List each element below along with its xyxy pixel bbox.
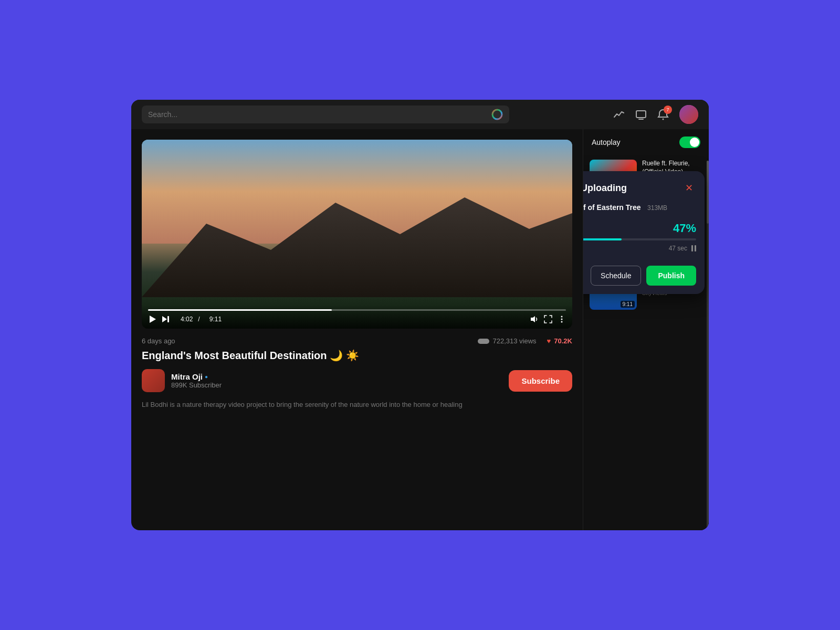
publish-button[interactable]: Publish [646,266,696,286]
svg-point-8 [561,316,563,318]
upload-percent: 47% [583,222,696,235]
upload-pause-button[interactable] [691,245,696,251]
time-current: 4:02 [181,316,193,323]
upload-eta: 47 sec [669,245,687,252]
volume-icon [530,315,539,323]
pause-bar-1 [691,245,693,251]
svg-rect-1 [636,111,646,118]
channel-row: Mitra Oji ● 899K Subscriber Subscribe [142,369,572,392]
subscriber-count: 899K Subscriber [171,381,222,389]
play-icon [148,315,156,323]
svg-marker-4 [150,316,156,323]
trend-button[interactable] [613,109,625,120]
time-separator: / [198,316,200,323]
upload-title: Uploading [583,183,681,194]
views-icon [478,339,489,344]
more-icon [558,315,566,323]
top-right-icons: 7 [613,105,698,124]
heart-icon: ♥ [547,337,551,345]
next-icon [162,315,170,323]
notification-badge: 7 [664,106,672,114]
autoplay-toggle[interactable] [679,136,700,148]
video-description: Lil Bodhi is a nature therapy video proj… [142,400,572,410]
svg-point-3 [663,119,664,120]
trend-icon [613,109,625,120]
scrollbar-thumb[interactable] [707,161,709,224]
upload-close-button[interactable]: ✕ [681,181,696,195]
svg-point-10 [561,321,563,323]
svg-point-0 [492,110,502,119]
more-options-button[interactable] [558,315,566,323]
channel-details: Mitra Oji ● 899K Subscriber [171,372,222,389]
fullscreen-icon [544,315,552,323]
autoplay-row: Autoplay [583,129,709,155]
main-content: 4:02 / 9:11 [131,129,709,530]
ctrl-right [530,315,566,323]
svg-marker-7 [531,316,535,322]
channel-info: Mitra Oji ● 899K Subscriber [142,369,222,392]
channel-avatar[interactable] [142,369,165,392]
controls-row: 4:02 / 9:11 [148,315,566,323]
ring-icon [491,109,503,120]
toggle-knob [690,138,699,147]
video-meta: 6 days ago 722,313 views ♥ 70.2K England… [142,337,572,410]
cast-button[interactable] [635,109,647,120]
video-title: England's Most Beautiful Destination 🌙 ☀… [142,349,572,362]
channel-name-row: Mitra Oji ● [171,372,222,381]
fullscreen-button[interactable] [544,315,552,323]
avatar[interactable] [679,105,698,124]
progress-bar[interactable] [148,309,566,311]
views-likes: 722,313 views ♥ 70.2K [478,337,572,345]
likes-item: ♥ 70.2K [547,337,572,345]
play-button[interactable] [148,315,156,323]
video-player[interactable]: 4:02 / 9:11 [142,140,572,329]
sidebar: Autoplay Ruelle ft. Fleurie, (Official V… [583,129,709,530]
upload-actions: Schedule Publish [583,259,705,294]
upload-progress-section: 47% 14.7 Mbs 47 sec [583,217,705,259]
pause-bar-2 [695,245,696,251]
time-total: 9:11 [209,316,222,323]
notification-button[interactable]: 7 [657,109,669,120]
likes-count: 70.2K [554,337,572,345]
video-controls: 4:02 / 9:11 [142,305,572,329]
meta-top: 6 days ago 722,313 views ♥ 70.2K [142,337,572,345]
upload-header: Uploading ✕ [583,171,705,203]
svg-point-9 [561,319,563,320]
channel-avatar-image [142,369,165,392]
upload-filesize: 313MB [647,204,667,212]
avatar-image [679,105,698,124]
svg-marker-5 [162,316,167,322]
cast-icon [635,109,647,120]
upload-progress-fill [583,238,622,240]
views-item: 722,313 views [478,337,536,345]
app-container: 7 [131,100,709,530]
thumb-duration-4: 9:11 [621,301,635,308]
video-background [142,140,572,329]
svg-rect-6 [167,316,169,322]
search-input[interactable] [148,106,491,123]
scrollbar-track[interactable] [707,161,709,530]
search-bar[interactable] [142,106,509,123]
schedule-button[interactable]: Schedule [591,266,641,286]
upload-speed-row: 14.7 Mbs 47 sec [583,245,696,252]
video-section: 4:02 / 9:11 [131,129,583,530]
top-bar: 7 [131,100,709,129]
progress-fill [148,309,332,311]
next-button[interactable] [162,315,170,323]
upload-progress-bar [583,238,696,240]
channel-name: Mitra Oji [171,372,203,381]
posted-time: 6 days ago [142,337,175,345]
volume-button[interactable] [530,315,539,323]
autoplay-label: Autoplay [592,138,620,146]
upload-file-info: The Leaf of Eastern Tree 313MB [583,203,705,217]
views-count: 722,313 views [492,337,536,345]
upload-filename: The Leaf of Eastern Tree [583,203,641,212]
verified-icon: ● [205,374,208,380]
upload-popup: Uploading ✕ The Leaf of Eastern Tree 313… [583,171,705,294]
subscribe-button[interactable]: Subscribe [509,370,572,392]
